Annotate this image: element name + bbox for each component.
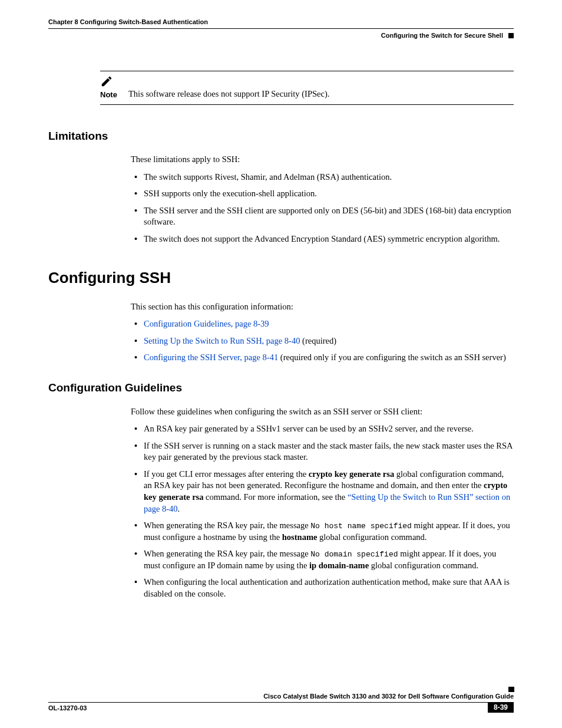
- footer-doc-title: Cisco Catalyst Blade Switch 3130 and 303…: [48, 692, 514, 701]
- text-fragment: .: [178, 504, 180, 513]
- guidelines-body: Follow these guidelines when configuring…: [131, 406, 514, 600]
- list-item: Configuring the SSH Server, page 8-41 (r…: [131, 352, 514, 364]
- limitations-body: These limitations apply to SSH: The swit…: [131, 154, 514, 245]
- guidelines-list: An RSA key pair generated by a SSHv1 ser…: [131, 423, 514, 599]
- limitations-intro: These limitations apply to SSH:: [131, 154, 514, 166]
- note-block: Note This software release does not supp…: [100, 71, 514, 105]
- note-rule-top: [100, 71, 514, 71]
- code-text: No domain specified: [310, 550, 398, 559]
- note-label: Note: [100, 90, 117, 99]
- list-item: An RSA key pair generated by a SSHv1 ser…: [131, 423, 514, 435]
- code-text: No host name specified: [310, 522, 412, 531]
- list-item: Configuration Guidelines, page 8-39: [131, 318, 514, 330]
- text-fragment: When generating the RSA key pair, the me…: [144, 521, 310, 530]
- command-text: hostname: [282, 532, 318, 542]
- config-guidelines-heading: Configuration Guidelines: [48, 380, 514, 396]
- command-text: ip domain-name: [309, 561, 369, 570]
- section-label: Configuring the Switch for Secure Shell: [48, 31, 514, 40]
- footer-tab-icon: [508, 687, 514, 692]
- link-config-guidelines[interactable]: Configuration Guidelines, page 8-39: [144, 319, 269, 328]
- page-header: Chapter 8 Configuring Switch-Based Authe…: [48, 18, 514, 40]
- header-square-icon: [508, 33, 514, 38]
- guidelines-intro: Follow these guidelines when configuring…: [131, 406, 514, 418]
- footer-bar: OL-13270-03 8-39: [48, 702, 514, 713]
- limitations-heading: Limitations: [48, 129, 514, 144]
- content-area: Note This software release does not supp…: [48, 71, 514, 605]
- footer-doc-id: OL-13270-03: [48, 702, 124, 713]
- suffix-text: (required): [300, 336, 336, 345]
- list-item: If the SSH server is running on a stack …: [131, 440, 514, 463]
- list-item: The switch does not support the Advanced…: [131, 233, 514, 245]
- header-rule: [48, 28, 514, 29]
- configuring-ssh-heading: Configuring SSH: [48, 268, 514, 288]
- page-footer: Cisco Catalyst Blade Switch 3130 and 303…: [48, 692, 514, 713]
- text-fragment: If you get CLI error messages after ente…: [144, 469, 309, 479]
- footer-rule: [124, 702, 488, 713]
- document-page: Chapter 8 Configuring Switch-Based Authe…: [0, 0, 562, 728]
- list-item: Setting Up the Switch to Run SSH, page 8…: [131, 335, 514, 347]
- limitations-list: The switch supports Rivest, Shamir, and …: [131, 172, 514, 245]
- configssh-body: This section has this configuration info…: [131, 301, 514, 364]
- note-text: This software release does not support I…: [128, 88, 514, 101]
- note-rule-bottom: [100, 104, 514, 105]
- footer-page-number: 8-39: [488, 702, 514, 713]
- list-item: When configuring the local authenticatio…: [131, 577, 514, 599]
- text-fragment: command. For more information, see the: [203, 492, 347, 502]
- list-item: If you get CLI error messages after ente…: [131, 469, 514, 515]
- list-item: The switch supports Rivest, Shamir, and …: [131, 172, 514, 183]
- chapter-label: Chapter 8 Configuring Switch-Based Authe…: [48, 18, 514, 27]
- configssh-intro: This section has this configuration info…: [131, 301, 514, 313]
- command-text: crypto key generate rsa: [309, 469, 394, 479]
- suffix-text: (required only if you are configuring th…: [278, 353, 506, 362]
- list-item: When generating the RSA key pair, the me…: [131, 548, 514, 571]
- text-fragment: global configuration command.: [369, 561, 478, 570]
- configssh-list: Configuration Guidelines, page 8-39 Sett…: [131, 318, 514, 364]
- list-item: SSH supports only the execution-shell ap…: [131, 188, 514, 200]
- note-icon-cell: Note: [100, 75, 128, 101]
- text-fragment: global configuration command.: [317, 532, 427, 542]
- list-item: The SSH server and the SSH client are su…: [131, 205, 514, 228]
- text-fragment: When generating the RSA key pair, the me…: [144, 549, 310, 558]
- pencil-icon: [100, 75, 113, 88]
- link-config-ssh-server[interactable]: Configuring the SSH Server, page 8-41: [144, 353, 278, 362]
- link-setup-ssh[interactable]: Setting Up the Switch to Run SSH, page 8…: [144, 336, 300, 345]
- section-text: Configuring the Switch for Secure Shell: [381, 32, 503, 39]
- list-item: When generating the RSA key pair, the me…: [131, 520, 514, 543]
